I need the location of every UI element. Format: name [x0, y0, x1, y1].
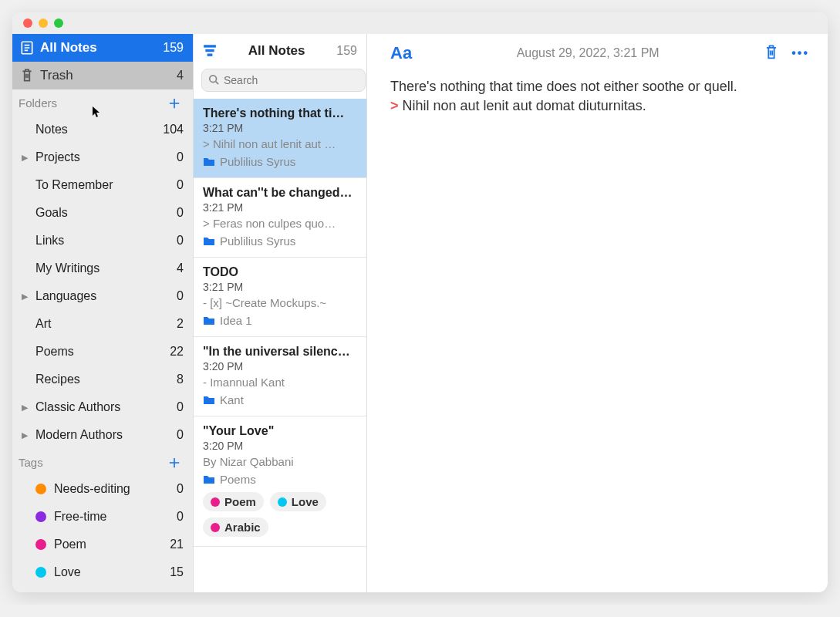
more-options-button[interactable]: •••	[791, 46, 809, 60]
tag-count: 21	[170, 538, 184, 551]
svg-point-7	[210, 75, 217, 82]
search-input[interactable]	[224, 74, 359, 86]
folder-count: 8	[177, 373, 184, 386]
note-title: TODO	[203, 265, 357, 279]
tag-row[interactable]: Free-time0	[12, 503, 193, 531]
folder-row[interactable]: ▶Modern Authors0	[12, 421, 193, 449]
zoom-window-button[interactable]	[54, 19, 63, 28]
folder-row[interactable]: Goals0	[12, 199, 193, 227]
sidebar-trash[interactable]: Trash 4	[12, 62, 193, 89]
folder-row[interactable]: Poems22	[12, 338, 193, 366]
tag-label: Love	[54, 565, 170, 579]
tag-color-dot	[35, 567, 46, 578]
trash-icon	[20, 69, 34, 83]
folder-label: Recipes	[35, 373, 177, 386]
folder-row[interactable]: My Writings4	[12, 255, 193, 282]
folder-label: Poems	[35, 345, 170, 359]
folder-row[interactable]: ▶Projects0	[12, 143, 193, 171]
note-preview: - [x] ~Create Mockups.~	[203, 296, 357, 309]
note-icon	[20, 41, 34, 55]
note-time: 3:21 PM	[203, 201, 357, 214]
note-list: All Notes 159 ＋ There's nothing that ti……	[194, 34, 367, 592]
folder-label: Modern Authors	[35, 428, 177, 442]
tag-row[interactable]: Needs-editing0	[12, 475, 193, 503]
note-folder: Publilius Syrus	[203, 155, 357, 168]
folder-icon	[203, 157, 215, 167]
tag-pill[interactable]: Love	[270, 492, 326, 511]
folder-count: 0	[177, 206, 184, 220]
tag-pill-label: Love	[292, 495, 319, 508]
folder-label: Projects	[35, 150, 177, 164]
tag-color-dot	[35, 484, 46, 494]
sidebar-trash-count: 4	[177, 69, 184, 83]
note-card[interactable]: There's nothing that ti…3:21 PM> Nihil n…	[194, 99, 366, 178]
folder-label: Languages	[35, 289, 177, 303]
tag-color-dot	[35, 511, 46, 522]
sidebar-tags-header: Tags ＋	[12, 449, 193, 475]
folder-label: Links	[35, 234, 177, 248]
folder-icon	[203, 237, 215, 246]
tag-row[interactable]: Poem21	[12, 531, 193, 558]
tag-color-dot	[278, 497, 287, 507]
note-folder: Publilius Syrus	[203, 234, 357, 248]
note-editor: Aa August 29, 2022, 3:21 PM ••• There's …	[367, 34, 828, 592]
note-folder: Idea 1	[203, 314, 357, 327]
tag-pill-label: Arabic	[224, 521, 261, 534]
folder-count: 0	[177, 234, 184, 248]
editor-content[interactable]: There's nothing that time does not eithe…	[367, 72, 828, 120]
note-card[interactable]: TODO3:21 PM- [x] ~Create Mockups.~Idea 1	[194, 258, 366, 337]
folder-row[interactable]: Recipes8	[12, 366, 193, 393]
note-preview: By Nizar Qabbani	[203, 455, 357, 468]
tag-count: 0	[177, 482, 184, 496]
add-folder-button[interactable]: ＋	[165, 90, 184, 115]
search-box[interactable]	[201, 69, 366, 92]
note-folder-label: Kant	[220, 393, 244, 406]
folder-row[interactable]: Links0	[12, 227, 193, 255]
delete-note-button[interactable]	[764, 44, 779, 63]
chevron-right-icon[interactable]: ▶	[22, 403, 28, 413]
svg-line-8	[216, 81, 219, 84]
note-date: August 29, 2022, 3:21 PM	[424, 46, 751, 60]
tag-pill[interactable]: Arabic	[203, 518, 268, 537]
folder-label: Goals	[35, 206, 177, 220]
folder-row[interactable]: ▶Languages0	[12, 282, 193, 310]
note-preview: - Imannual Kant	[203, 376, 357, 389]
note-folder: Poems	[203, 473, 357, 486]
minimize-window-button[interactable]	[39, 19, 48, 28]
folder-label: To Remember	[35, 178, 177, 192]
sidebar-folders-header-label: Folders	[19, 96, 165, 110]
sidebar: All Notes 159 Trash 4 Folders ＋ Notes104…	[12, 34, 194, 592]
close-window-button[interactable]	[23, 19, 32, 28]
chevron-right-icon[interactable]: ▶	[22, 153, 28, 163]
app-window: All Notes 159 Trash 4 Folders ＋ Notes104…	[12, 12, 828, 592]
note-list-title: All Notes	[223, 43, 330, 59]
note-card[interactable]: What can''t be changed…3:21 PM> Feras no…	[194, 178, 366, 258]
sidebar-all-notes[interactable]: All Notes 159	[12, 34, 193, 62]
folder-row[interactable]: Art2	[12, 310, 193, 338]
folder-icon	[203, 316, 215, 325]
add-tag-button[interactable]: ＋	[165, 450, 184, 474]
chevron-right-icon[interactable]: ▶	[22, 292, 28, 302]
note-card[interactable]: "Your Love"3:20 PMBy Nizar QabbaniPoemsP…	[194, 416, 366, 547]
folder-count: 22	[170, 345, 184, 359]
note-time: 3:20 PM	[203, 440, 357, 452]
folder-row[interactable]: Notes104	[12, 116, 193, 143]
editor-line-2: > Nihil non aut lenit aut domat diuturni…	[390, 96, 805, 116]
tag-row[interactable]: Love15	[12, 558, 193, 586]
tag-color-dot	[211, 523, 220, 532]
folder-row[interactable]: ▶Classic Authors0	[12, 393, 193, 421]
sort-icon[interactable]	[203, 43, 217, 59]
note-title: There's nothing that ti…	[203, 106, 357, 120]
mouse-cursor	[93, 106, 102, 119]
tag-label: Needs-editing	[54, 482, 177, 496]
folder-row[interactable]: To Remember0	[12, 171, 193, 199]
note-title: "In the universal silenc…	[203, 345, 357, 359]
note-list-count: 159	[336, 44, 357, 58]
format-button[interactable]: Aa	[390, 43, 412, 63]
note-card[interactable]: "In the universal silenc…3:20 PM- Imannu…	[194, 337, 366, 416]
folder-label: My Writings	[35, 261, 177, 275]
tag-pill[interactable]: Poem	[203, 492, 264, 511]
note-folder-label: Idea 1	[220, 314, 252, 327]
folder-count: 0	[177, 428, 184, 442]
chevron-right-icon[interactable]: ▶	[22, 430, 28, 440]
